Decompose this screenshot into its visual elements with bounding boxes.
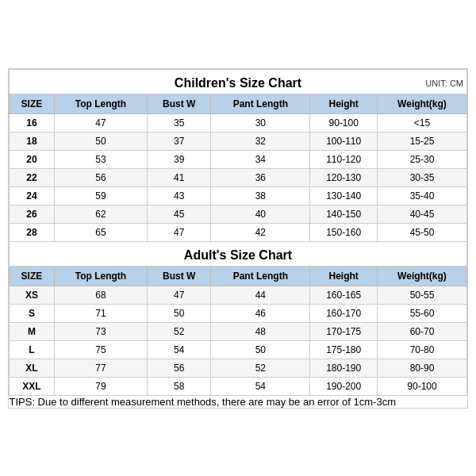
col-bust-w: Bust W [148,94,211,113]
adult-col-top-length: Top Length [54,266,147,286]
top-length-18: 50 [54,132,147,150]
bust-22: 41 [148,168,211,186]
pant-24: 38 [211,186,310,205]
pant-18: 32 [211,132,310,150]
adults-col-header-row: SIZE Top Length Bust W Pant Length Heigh… [10,266,467,286]
weight-m: 60-70 [377,322,466,340]
col-size: SIZE [10,94,55,113]
bust-20: 39 [148,150,211,168]
height-18: 100-110 [310,132,378,150]
pant-m: 48 [211,322,310,340]
top-length-s: 71 [54,304,147,322]
size-18: 18 [10,132,55,150]
adult-row-l: L 75 54 50 175-180 70-80 [10,340,467,359]
size-chart-container: Children's Size Chart UNIT: CM SIZE Top … [8,68,468,409]
adult-row-s: S 71 50 46 160-170 55-60 [10,304,467,322]
size-xxl: XXL [10,377,55,395]
top-length-24: 59 [54,186,147,205]
size-m: M [10,322,55,340]
adult-row-xl: XL 77 56 52 180-190 80-90 [10,359,467,377]
bust-xxl: 58 [148,377,211,395]
top-length-xxl: 79 [54,377,147,395]
adult-row-xs: XS 68 47 44 160-165 50-55 [10,286,467,304]
adult-col-bust-w: Bust W [148,266,211,286]
top-length-xs: 68 [54,286,147,304]
adult-col-weight: Weight(kg) [377,266,466,286]
adult-col-height: Height [310,266,378,286]
bust-l: 54 [148,340,211,359]
size-28: 28 [10,223,55,241]
top-length-l: 75 [54,340,147,359]
height-26: 140-150 [310,205,378,223]
bust-26: 45 [148,205,211,223]
size-xs: XS [10,286,55,304]
adults-title-row: Adult's Size Chart [10,241,467,266]
bust-24: 43 [148,186,211,205]
height-xs: 160-165 [310,286,378,304]
height-16: 90-100 [310,113,378,132]
children-row-18: 18 50 37 32 100-110 15-25 [10,132,467,150]
col-pant-length: Pant Length [211,94,310,113]
height-xxl: 190-200 [310,377,378,395]
weight-22: 30-35 [377,168,466,186]
children-row-26: 26 62 45 40 140-150 40-45 [10,205,467,223]
bust-xl: 56 [148,359,211,377]
col-weight: Weight(kg) [377,94,466,113]
bust-m: 52 [148,322,211,340]
top-length-22: 56 [54,168,147,186]
weight-s: 55-60 [377,304,466,322]
height-s: 160-170 [310,304,378,322]
size-16: 16 [10,113,55,132]
children-title-inner: Children's Size Chart UNIT: CM [13,76,463,90]
children-col-header-row: SIZE Top Length Bust W Pant Length Heigh… [10,94,467,113]
height-20: 110-120 [310,150,378,168]
weight-xl: 80-90 [377,359,466,377]
weight-28: 45-50 [377,223,466,241]
children-title-row: Children's Size Chart UNIT: CM [10,69,467,94]
children-row-22: 22 56 41 36 120-130 30-35 [10,168,467,186]
pant-l: 50 [211,340,310,359]
pant-26: 40 [211,205,310,223]
bust-18: 37 [148,132,211,150]
height-l: 175-180 [310,340,378,359]
pant-s: 46 [211,304,310,322]
height-xl: 180-190 [310,359,378,377]
children-row-28: 28 65 47 42 150-160 45-50 [10,223,467,241]
weight-xxl: 90-100 [377,377,466,395]
top-length-xl: 77 [54,359,147,377]
height-28: 150-160 [310,223,378,241]
height-24: 130-140 [310,186,378,205]
adult-row-m: M 73 52 48 170-175 60-70 [10,322,467,340]
height-m: 170-175 [310,322,378,340]
height-22: 120-130 [310,168,378,186]
top-length-26: 62 [54,205,147,223]
pant-xxl: 54 [211,377,310,395]
size-l: L [10,340,55,359]
children-title-cell: Children's Size Chart UNIT: CM [10,69,467,94]
children-row-20: 20 53 39 34 110-120 25-30 [10,150,467,168]
weight-xs: 50-55 [377,286,466,304]
adult-col-size: SIZE [10,266,55,286]
top-length-16: 47 [54,113,147,132]
weight-16: <15 [377,113,466,132]
unit-label: UNIT: CM [425,79,463,88]
size-s: S [10,304,55,322]
top-length-20: 53 [54,150,147,168]
adults-chart-title: Adult's Size Chart [184,248,292,263]
pant-20: 34 [211,150,310,168]
weight-l: 70-80 [377,340,466,359]
tips-row: TIPS: Due to different measurement metho… [10,395,467,408]
pant-22: 36 [211,168,310,186]
top-length-28: 65 [54,223,147,241]
adult-col-pant-length: Pant Length [211,266,310,286]
size-22: 22 [10,168,55,186]
bust-xs: 47 [148,286,211,304]
children-row-24: 24 59 43 38 130-140 35-40 [10,186,467,205]
adults-title-inner: Adult's Size Chart [13,248,463,263]
weight-18: 15-25 [377,132,466,150]
children-row-16: 16 47 35 30 90-100 <15 [10,113,467,132]
adults-title-cell: Adult's Size Chart [10,241,467,266]
bust-28: 47 [148,223,211,241]
pant-xl: 52 [211,359,310,377]
pant-16: 30 [211,113,310,132]
